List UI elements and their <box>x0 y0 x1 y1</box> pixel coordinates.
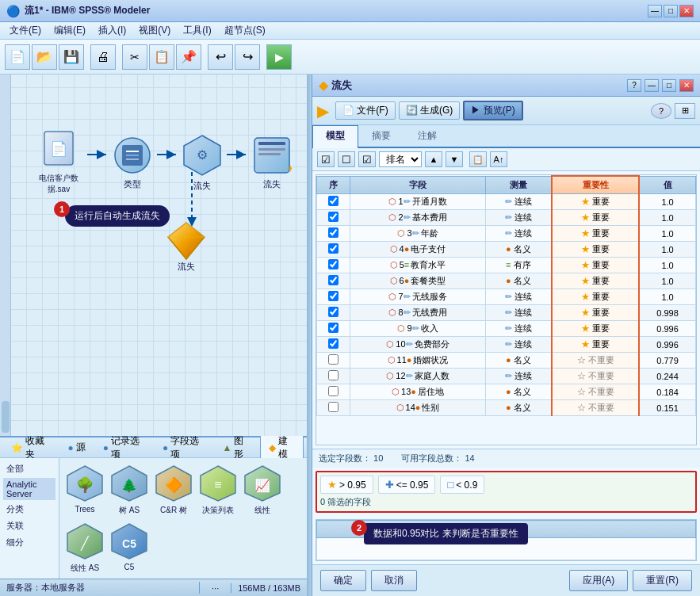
run-button[interactable]: ▶ <box>266 44 292 70</box>
cancel-button[interactable]: 取消 <box>371 570 417 591</box>
copy-table-button[interactable]: 📋 <box>469 151 487 167</box>
row-checkbox[interactable] <box>328 275 339 285</box>
dialog-preview-button[interactable]: ▶ 预览(P) <box>463 101 522 120</box>
palette-node-c5[interactable]: C5 C5 <box>110 522 148 574</box>
paste-button[interactable]: 📌 <box>176 44 201 70</box>
dialog-close-button[interactable]: ✕ <box>679 79 694 92</box>
menu-supernode[interactable]: 超节点(S) <box>218 22 272 39</box>
export-button[interactable]: A↑ <box>490 151 507 167</box>
node-type[interactable]: 类型 <box>113 136 152 190</box>
group-segmentation[interactable]: 细分 <box>3 535 55 550</box>
filter-item-3[interactable]: □ < 0.9 <box>440 476 484 494</box>
table-container[interactable]: 序 字段 测量 重要性 值 ⬡1✏开通月数 ✏ 连续 <box>316 174 697 445</box>
palette-node-cr-tree[interactable]: 🔶 C&R 树 <box>155 464 193 516</box>
row-checkbox[interactable] <box>328 354 339 365</box>
sort-desc-button[interactable]: ▼ <box>446 151 463 167</box>
reset-button[interactable]: 重置(R) <box>633 570 692 591</box>
dialog-minimize-button[interactable]: — <box>645 79 659 92</box>
row-checkbox[interactable] <box>328 212 339 222</box>
check-all-button[interactable]: ☑ <box>317 151 335 167</box>
tab-summary[interactable]: 摘要 <box>358 125 404 147</box>
sort-asc-button[interactable]: ▲ <box>425 151 442 167</box>
menu-file[interactable]: 文件(E) <box>3 22 48 39</box>
field-icon-8: ⬡ <box>388 308 396 317</box>
group-analytic-server[interactable]: Analytic Server <box>3 478 55 500</box>
filter-item-1[interactable]: ★ > 0.95 <box>320 476 373 494</box>
menu-insert[interactable]: 插入(I) <box>92 22 132 39</box>
cell-checkbox[interactable] <box>317 337 350 353</box>
cell-checkbox[interactable] <box>317 400 350 416</box>
print-button[interactable]: 🖨 <box>90 44 116 70</box>
row-checkbox[interactable] <box>328 243 339 254</box>
menu-view[interactable]: 视图(V) <box>132 22 177 39</box>
cell-checkbox[interactable] <box>317 321 350 337</box>
tab-notes[interactable]: 注解 <box>404 125 450 147</box>
cell-checkbox[interactable] <box>317 210 350 226</box>
palette-node-linear[interactable]: 📈 线性 <box>243 464 281 516</box>
dialog-maximize-button[interactable]: □ <box>662 79 676 92</box>
palette-node-decision-list[interactable]: ≡ 决策列表 <box>199 464 237 516</box>
main-toolbar: 📄 📂 💾 🖨 ✂ 📋 📌 ↩ ↪ ▶ <box>0 40 700 74</box>
cell-checkbox[interactable] <box>317 226 350 242</box>
cell-measure: ✏ 连续 <box>485 337 552 353</box>
node-diamond[interactable]: 流失 <box>166 221 206 273</box>
row-checkbox[interactable] <box>328 402 339 412</box>
node-datasource[interactable]: 📄 电信客户数据.sav <box>35 130 82 195</box>
cell-checkbox[interactable] <box>317 369 350 384</box>
menu-edit[interactable]: 编辑(E) <box>48 22 92 39</box>
dialog-help-button[interactable]: ? <box>627 79 641 92</box>
maximize-button[interactable]: □ <box>664 5 678 17</box>
cell-checkbox[interactable] <box>317 194 350 210</box>
group-classification[interactable]: 分类 <box>3 502 55 517</box>
minimize-button[interactable]: — <box>648 5 662 17</box>
cell-checkbox[interactable] <box>317 384 350 400</box>
open-button[interactable]: 📂 <box>32 44 57 70</box>
apply-button[interactable]: 应用(A) <box>569 570 628 591</box>
cell-checkbox[interactable] <box>317 289 350 305</box>
row-checkbox[interactable] <box>328 227 339 238</box>
redo-button[interactable]: ↪ <box>235 44 260 70</box>
row-checkbox[interactable] <box>328 307 339 317</box>
row-checkbox[interactable] <box>328 196 339 206</box>
available-label: 可用字段总数： <box>401 453 462 463</box>
palette-node-linear-as[interactable]: ╱ 线性 AS <box>66 522 104 574</box>
cell-checkbox[interactable] <box>317 353 350 369</box>
dialog-generate-button[interactable]: 🔄 生成(G) <box>399 101 461 120</box>
canvas[interactable]: 📄 电信客户数据.sav <box>11 74 307 436</box>
row-checkbox[interactable] <box>328 259 339 269</box>
col-header-seq: 序 <box>317 176 350 194</box>
toolbar-help-button[interactable]: ? <box>651 103 671 119</box>
cell-checkbox[interactable] <box>317 258 350 273</box>
new-button[interactable]: 📄 <box>5 44 30 70</box>
undo-button[interactable]: ↩ <box>208 44 233 70</box>
filter-item-2[interactable]: ✚ <= 0.95 <box>378 476 436 494</box>
row-checkbox[interactable] <box>328 370 339 380</box>
uncheck-all-button[interactable]: ☐ <box>338 151 355 167</box>
node-output[interactable]: ☀ 流失 <box>252 136 292 190</box>
group-association[interactable]: 关联 <box>3 518 55 533</box>
confirm-button[interactable]: 确定 <box>320 570 366 591</box>
menu-tools[interactable]: 工具(I) <box>177 22 217 39</box>
group-all[interactable]: 全部 <box>3 461 55 476</box>
save-button[interactable]: 💾 <box>59 44 84 70</box>
row-checkbox[interactable] <box>328 338 339 349</box>
filter-section: ★ > 0.95 ✚ <= 0.95 □ < 0.9 0 筛选的字段 <box>316 471 697 513</box>
row-checkbox[interactable] <box>328 386 339 396</box>
palette-node-trees[interactable]: 🌳 Trees <box>66 464 104 516</box>
status-middle-btn[interactable]: ··· <box>200 583 231 593</box>
check-box-button[interactable]: ☑ <box>358 151 376 167</box>
cell-checkbox[interactable] <box>317 273 350 289</box>
dialog-file-button[interactable]: 📄 文件(F) <box>335 101 396 120</box>
copy-button[interactable]: 📋 <box>149 44 174 70</box>
tab-model[interactable]: 模型 <box>312 125 358 148</box>
close-button[interactable]: ✕ <box>679 5 694 17</box>
palette-node-tree-as[interactable]: 🌲 树 AS <box>110 464 148 516</box>
row-checkbox[interactable] <box>328 291 339 301</box>
sort-select[interactable]: 排名 名称 <box>379 151 422 167</box>
toolbar-extra-button[interactable]: ⊞ <box>675 103 695 119</box>
row-checkbox[interactable] <box>328 323 339 333</box>
cell-checkbox[interactable] <box>317 242 350 258</box>
tab-source[interactable]: ● 源 <box>59 439 93 456</box>
cell-checkbox[interactable] <box>317 305 350 321</box>
cut-button[interactable]: ✂ <box>122 44 147 70</box>
